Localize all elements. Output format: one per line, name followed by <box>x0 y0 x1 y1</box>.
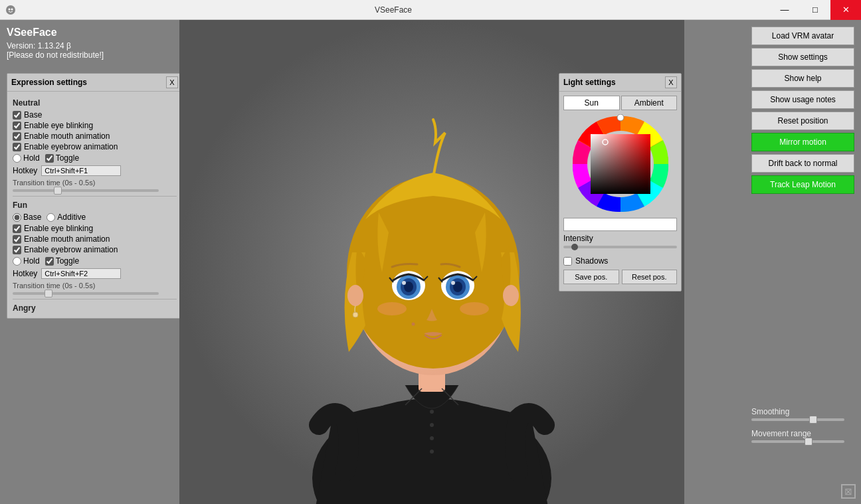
neutral-hold-radio[interactable] <box>13 154 21 163</box>
close-button[interactable]: ✕ <box>830 0 861 20</box>
sun-tab[interactable]: Sun <box>563 96 620 110</box>
movement-range-label: Movement range <box>751 429 854 438</box>
sliders-panel: Smoothing Movement range <box>751 407 854 451</box>
smoothing-row: Smoothing <box>751 407 854 421</box>
color-wheel-container[interactable] <box>559 114 681 214</box>
fun-toggle-label: Toggle <box>56 256 79 266</box>
mirror-motion-button[interactable]: Mirror motion <box>751 133 854 151</box>
intensity-thumb <box>571 244 578 250</box>
neutral-hotkey-row: Hotkey <box>13 165 177 176</box>
maximize-button[interactable]: □ <box>800 0 830 20</box>
expression-panel-header: Expression settings X <box>7 74 182 92</box>
fun-mouth-checkbox[interactable] <box>13 235 21 244</box>
titlebar: VSeeFace — □ ✕ <box>0 0 861 20</box>
fun-base-additive-row: Base Additive <box>13 212 177 222</box>
fun-section-label: Fun <box>13 201 177 210</box>
fun-additive-label: Additive <box>57 212 86 222</box>
svg-point-1 <box>9 8 11 10</box>
movement-range-thumb <box>805 438 813 446</box>
show-help-button[interactable]: Show help <box>751 69 854 88</box>
svg-point-23 <box>503 285 519 306</box>
neutral-eye-blink-label: Enable eye blinking <box>24 121 93 130</box>
fun-base-option: Base <box>13 212 41 222</box>
fun-transition-slider[interactable] <box>13 292 159 295</box>
light-buttons: Save pos. Reset pos. <box>563 270 677 284</box>
minimize-button[interactable]: — <box>769 0 800 20</box>
neutral-section-label: Neutral <box>13 98 177 108</box>
fun-hotkey-input[interactable] <box>41 268 121 279</box>
fun-hotkey-row: Hotkey <box>13 268 177 279</box>
fun-hold-label: Hold <box>23 256 40 266</box>
svg-point-21 <box>347 285 363 306</box>
neutral-mouth-row: Enable mouth animation <box>13 131 177 141</box>
shadows-row: Shadows <box>563 256 677 266</box>
svg-point-24 <box>430 410 434 414</box>
fun-base-radio[interactable] <box>13 213 21 222</box>
show-settings-button[interactable]: Show settings <box>751 48 854 66</box>
neutral-toggle-label: Toggle <box>56 153 79 163</box>
fun-eye-blink-checkbox[interactable] <box>13 224 21 233</box>
drift-back-button[interactable]: Drift back to normal <box>751 154 854 173</box>
expression-panel-content[interactable]: Neutral Base Enable eye blinking Enable … <box>7 92 182 318</box>
neutral-toggle-checkbox[interactable] <box>45 154 54 163</box>
expression-panel: Expression settings X Neutral Base Enabl… <box>7 73 183 319</box>
neutral-toggle-option: Toggle <box>45 153 79 163</box>
fun-base-label: Base <box>23 212 41 222</box>
neutral-base-row: Base <box>13 110 177 120</box>
fun-toggle-checkbox[interactable] <box>45 257 54 266</box>
show-usage-notes-button[interactable]: Show usage notes <box>751 90 854 109</box>
svg-point-18 <box>377 302 407 315</box>
svg-point-27 <box>430 450 434 454</box>
app-info: VSeeFace Version: 1.13.24 β [Please do n… <box>7 27 104 60</box>
neutral-eyebrow-checkbox[interactable] <box>13 143 21 151</box>
neutral-hotkey-input[interactable] <box>41 165 121 176</box>
window-controls: — □ ✕ <box>769 0 861 20</box>
fun-hold-option: Hold <box>13 256 40 266</box>
neutral-hold-option: Hold <box>13 153 40 163</box>
svg-point-2 <box>11 8 13 10</box>
color-hex-input[interactable]: #FFFFFF <box>563 218 677 231</box>
neutral-base-label: Base <box>24 110 42 120</box>
ambient-tab[interactable]: Ambient <box>621 96 678 110</box>
neutral-hold-label: Hold <box>23 153 40 163</box>
neutral-transition-slider[interactable] <box>13 189 159 192</box>
smoothing-track[interactable] <box>751 418 844 421</box>
fun-mouth-label: Enable mouth animation <box>24 234 110 244</box>
window-title: VSeeFace <box>17 5 769 15</box>
shadows-checkbox[interactable] <box>563 257 572 266</box>
neutral-eyebrow-row: Enable eyebrow animation <box>13 142 177 151</box>
neutral-eye-blink-checkbox[interactable] <box>13 122 21 130</box>
fun-additive-radio[interactable] <box>47 213 55 222</box>
reset-position-button[interactable]: Reset position <box>751 112 854 130</box>
svg-rect-33 <box>591 134 650 194</box>
neutral-mouth-checkbox[interactable] <box>13 132 21 141</box>
intensity-slider[interactable] <box>563 246 677 254</box>
svg-point-12 <box>402 281 406 285</box>
fun-eye-blink-label: Enable eye blinking <box>24 224 93 233</box>
intensity-track <box>563 246 677 248</box>
svg-point-34 <box>617 114 624 121</box>
neutral-eyebrow-label: Enable eyebrow animation <box>24 142 118 151</box>
neutral-base-checkbox[interactable] <box>13 111 21 120</box>
track-leap-motion-button[interactable]: Track Leap Motion <box>751 175 854 194</box>
load-vrm-button[interactable]: Load VRM avatar <box>751 27 854 45</box>
save-pos-button[interactable]: Save pos. <box>563 270 619 284</box>
neutral-transition-label: Transition time (0s - 0.5s) <box>13 179 177 187</box>
movement-range-track[interactable] <box>751 440 844 443</box>
light-panel-title: Light settings <box>563 78 616 87</box>
resize-icon[interactable]: ⊠ <box>841 484 856 499</box>
light-panel-close[interactable]: X <box>665 76 677 88</box>
svg-point-25 <box>430 423 434 427</box>
movement-range-row: Movement range <box>751 429 854 443</box>
color-wheel-svg[interactable] <box>571 114 670 214</box>
expression-panel-title: Expression settings <box>11 78 87 87</box>
fun-eyebrow-checkbox[interactable] <box>13 246 21 254</box>
expression-panel-close[interactable]: X <box>166 76 178 88</box>
svg-point-7 <box>347 176 520 369</box>
fun-hold-toggle-row: Hold Toggle <box>13 256 177 266</box>
reset-pos-button[interactable]: Reset pos. <box>622 270 678 284</box>
fun-hold-radio[interactable] <box>13 257 21 266</box>
light-panel-header: Light settings X <box>559 74 681 92</box>
fun-transition-label: Transition time (0s - 0.5s) <box>13 282 177 290</box>
color-hex-row: #FFFFFF <box>563 218 677 231</box>
